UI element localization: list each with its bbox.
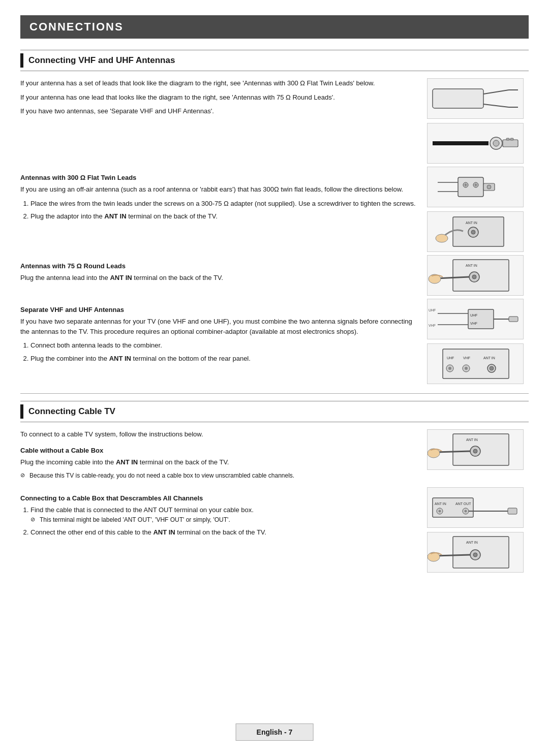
svg-rect-27	[453, 260, 509, 291]
sub3-step1: Connect both antenna leads to the combin…	[30, 340, 419, 351]
section2-heading: Connecting Cable TV	[20, 401, 529, 422]
cable-no-box-step1: Plug the incoming cable into the ANT IN …	[20, 457, 419, 467]
sub2-title: Antennas with 75 Ω Round Leads	[20, 262, 419, 270]
svg-text:UHF: UHF	[429, 308, 436, 312]
svg-text:UHF: UHF	[470, 313, 477, 317]
sub1-body: If you are using an off-air antenna (suc…	[20, 184, 419, 195]
svg-text:UHF: UHF	[447, 356, 454, 360]
svg-point-57	[428, 449, 440, 458]
section-divider	[20, 393, 529, 394]
section1-intro3: If you have two antennas, see 'Separate …	[20, 106, 419, 116]
img-cable-box-tv-ant-in: ANT IN	[427, 532, 524, 573]
sub1-step1: Place the wires from the twin leads unde…	[30, 199, 419, 209]
svg-text:VHF: VHF	[470, 322, 477, 325]
page-title: CONNECTIONS	[20, 15, 529, 39]
img-flat-twin-leads	[427, 78, 524, 119]
svg-rect-10	[510, 138, 513, 140]
svg-rect-11	[458, 177, 483, 197]
svg-point-64	[465, 510, 467, 513]
svg-point-19	[487, 185, 491, 189]
svg-rect-8	[503, 140, 518, 147]
sub3-body: If you have two separate antennas for yo…	[20, 317, 419, 336]
section-bar	[20, 53, 23, 68]
svg-rect-67	[453, 537, 509, 568]
svg-text:VHF: VHF	[463, 356, 470, 360]
img-ant-in-2: ANT IN	[427, 255, 524, 296]
svg-text:ANT IN: ANT IN	[466, 221, 477, 225]
svg-point-26	[436, 234, 448, 242]
sub2-body: Plug the antenna lead into the ANT IN te…	[20, 273, 419, 283]
section-bar-2	[20, 404, 23, 419]
svg-text:ANT IN: ANT IN	[466, 541, 478, 544]
sub1-step2: Plug the adaptor into the ANT IN termina…	[30, 211, 419, 222]
svg-point-51	[490, 366, 494, 370]
sub3-step2: Plug the combiner into the ANT IN termin…	[30, 354, 419, 364]
svg-point-49	[465, 367, 468, 370]
img-ant-in-bottom: UHF VHF ANT IN	[427, 343, 524, 384]
footer-language-page: English - 7	[236, 723, 314, 741]
svg-rect-66	[508, 508, 517, 514]
svg-line-2	[483, 104, 509, 107]
img-cable-box-ant-out: ANT IN ANT OUT	[427, 487, 524, 528]
svg-rect-58	[433, 498, 473, 517]
svg-point-55	[473, 449, 477, 453]
sub1-title: Antennas with 300 Ω Flat Twin Leads	[20, 174, 419, 181]
section1-heading: Connecting VHF and UHF Antennas	[20, 50, 529, 71]
svg-point-70	[473, 553, 477, 557]
svg-point-72	[428, 552, 440, 561]
cable-no-box-note: Because this TV is cable-ready, you do n…	[20, 471, 419, 480]
svg-line-1	[483, 90, 509, 94]
svg-rect-37	[509, 317, 518, 322]
svg-point-30	[472, 275, 476, 279]
svg-point-25	[471, 230, 475, 234]
img-300-75-adapter	[427, 167, 524, 207]
svg-line-56	[436, 451, 470, 452]
svg-rect-0	[433, 89, 483, 108]
svg-rect-33	[468, 309, 494, 329]
cable-box-step2: Connect the other end of this cable to t…	[30, 527, 419, 538]
section2-intro: To connect to a cable TV system, follow …	[20, 429, 419, 439]
svg-line-71	[436, 555, 470, 556]
svg-text:ANT IN: ANT IN	[466, 438, 478, 442]
svg-text:VHF: VHF	[429, 324, 436, 327]
svg-text:ANT IN: ANT IN	[435, 502, 446, 506]
cable-box-step1-note: This terminal might be labeled 'ANT OUT'…	[30, 515, 419, 524]
svg-rect-42	[443, 349, 509, 379]
cable-box-step1: Find the cable that is connected to the …	[30, 505, 419, 524]
svg-text:ANT OUT: ANT OUT	[455, 502, 471, 506]
svg-text:ANT IN: ANT IN	[466, 264, 477, 267]
cable-no-box-title: Cable without a Cable Box	[20, 447, 419, 454]
img-ant-in-1: ANT IN	[427, 211, 524, 252]
cable-box-title: Connecting to a Cable Box that Descrambl…	[20, 494, 419, 502]
section1-intro1: If your antenna has a set of leads that …	[20, 78, 419, 88]
svg-text:ANT IN: ANT IN	[483, 356, 495, 360]
img-combiner: UHF VHF UHF VHF	[427, 299, 524, 339]
section1-intro2: If your antenna has one lead that looks …	[20, 92, 419, 103]
svg-rect-9	[506, 138, 509, 140]
img-round-lead	[427, 123, 524, 164]
svg-point-47	[448, 367, 451, 370]
sub3-title: Separate VHF and UHF Antennas	[20, 306, 419, 313]
svg-point-62	[439, 510, 441, 513]
svg-rect-52	[453, 434, 509, 465]
img-cable-no-box: ANT IN	[427, 429, 524, 470]
svg-point-7	[493, 140, 499, 146]
